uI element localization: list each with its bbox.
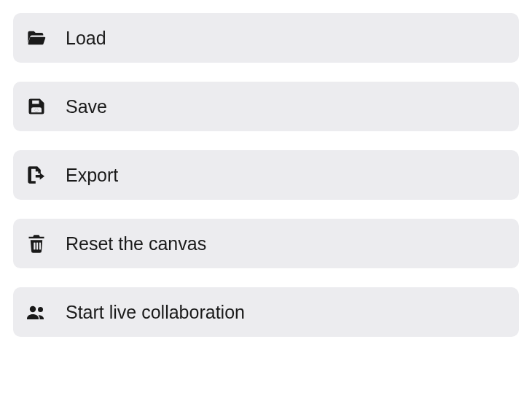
users-icon [26,302,55,322]
menu: Load Save Export Reset the canvas Start … [13,13,519,337]
svg-rect-3 [39,243,41,249]
menu-item-label: Save [66,96,107,117]
trash-icon [26,233,55,254]
menu-item-export[interactable]: Export [13,150,519,200]
menu-item-label: Export [66,165,118,186]
export-icon [26,165,55,185]
menu-item-label: Start live collaboration [66,302,245,323]
svg-point-4 [30,306,36,312]
folder-open-icon [26,28,55,48]
menu-item-label: Load [66,28,106,49]
save-icon [26,96,55,117]
menu-item-save[interactable]: Save [13,82,519,131]
menu-item-live-collaboration[interactable]: Start live collaboration [13,287,519,337]
menu-item-load[interactable]: Load [13,13,519,63]
svg-rect-1 [34,243,36,249]
menu-item-reset-canvas[interactable]: Reset the canvas [13,219,519,268]
svg-point-0 [35,109,39,112]
svg-rect-2 [36,243,38,249]
menu-item-label: Reset the canvas [66,233,206,254]
svg-point-5 [38,307,43,312]
